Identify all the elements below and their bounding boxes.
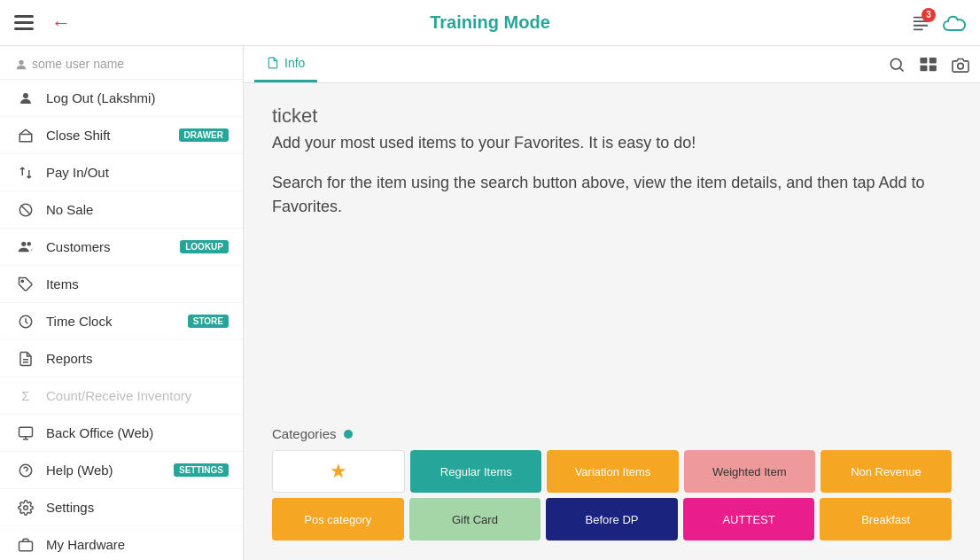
sidebar-item-customers[interactable]: Customers LOOKUP — [0, 229, 243, 266]
sidebar-item-close-shift[interactable]: Close Shift DRAWER — [0, 117, 243, 154]
sidebar-item-back-office[interactable]: Back Office (Web) — [0, 415, 243, 452]
svg-rect-28 — [929, 66, 937, 71]
user-name-label: some user name — [32, 57, 124, 71]
sidebar-time-clock-label: Time Clock — [46, 314, 183, 329]
sidebar-reports-label: Reports — [46, 351, 229, 366]
cat-variation-items[interactable]: Variation Items — [547, 450, 678, 493]
hamburger-menu-icon[interactable] — [14, 15, 34, 30]
svg-rect-15 — [19, 427, 33, 437]
sidebar-item-items[interactable]: Items — [0, 266, 243, 303]
sidebar-inventory-label: Count/Receive Inventory — [46, 388, 229, 403]
cat-pos-category[interactable]: Pos category — [272, 498, 404, 541]
settings-badge: SETTINGS — [174, 463, 229, 477]
tag-icon — [14, 276, 37, 292]
header-right: 3 — [911, 12, 966, 35]
sidebar-user: some user name — [0, 46, 243, 80]
svg-line-8 — [21, 205, 31, 214]
lookup-badge: LOOKUP — [180, 240, 229, 253]
svg-rect-25 — [920, 58, 927, 63]
sidebar-item-pay-in-out[interactable]: Pay In/Out — [0, 154, 243, 191]
question-icon — [14, 463, 37, 478]
sidebar-item-no-sale[interactable]: No Sale — [0, 191, 243, 229]
sidebar-item-inventory: Σ Count/Receive Inventory — [0, 377, 243, 415]
camera-icon[interactable] — [952, 56, 969, 73]
grid-icon[interactable] — [920, 57, 937, 73]
cat-before-dp-label: Before DP — [585, 513, 638, 526]
sidebar-items-label: Items — [46, 276, 229, 292]
arrows-icon — [14, 165, 37, 181]
cat-gift-card-label: Gift Card — [452, 513, 498, 526]
sidebar-close-shift-label: Close Shift — [46, 128, 174, 143]
cloud-icon[interactable] — [943, 12, 966, 35]
people-icon — [14, 239, 37, 255]
svg-point-10 — [27, 242, 32, 246]
categories-label: Categories — [272, 426, 337, 441]
cat-breakfast-label: Breakfast — [861, 513, 910, 526]
heading-line2: Search for the item using the search but… — [272, 171, 952, 219]
svg-point-4 — [19, 60, 23, 65]
sidebar-no-sale-label: No Sale — [46, 202, 229, 217]
svg-point-5 — [23, 93, 28, 98]
search-icon[interactable] — [888, 55, 906, 74]
header: ← Training Mode 3 — [0, 0, 980, 46]
categories-row-1: ★ Regular Items Variation Items Weighted… — [272, 450, 952, 493]
heading-line1: Add your most used items to your Favorit… — [272, 131, 952, 155]
file-icon — [267, 57, 279, 69]
cat-regular-items[interactable]: Regular Items — [410, 450, 541, 493]
sidebar-customers-label: Customers — [46, 239, 175, 254]
cat-favorites[interactable]: ★ — [272, 450, 405, 493]
notification-icon[interactable]: 3 — [911, 13, 930, 33]
categories-row-2: Pos category Gift Card Before DP AUTTEST… — [272, 498, 952, 541]
svg-rect-27 — [920, 66, 927, 71]
content-heading: Add your most used items to your Favorit… — [272, 131, 952, 219]
cat-auttest[interactable]: AUTTEST — [683, 498, 815, 541]
building-icon — [14, 128, 37, 144]
cat-variation-items-label: Variation Items — [575, 465, 651, 478]
content-body: ticket Add your most used items to your … — [244, 83, 980, 560]
svg-rect-3 — [914, 28, 923, 30]
content-area: Info ticket Add your most used items to … — [244, 46, 980, 560]
sidebar-item-time-clock[interactable]: Time Clock STORE — [0, 303, 243, 340]
svg-line-24 — [900, 68, 904, 72]
svg-point-29 — [958, 63, 964, 69]
monitor-icon — [14, 425, 37, 441]
sidebar-help-label: Help (Web) — [46, 463, 168, 478]
main-layout: some user name Log Out (Lakshmi) Close S… — [0, 46, 980, 560]
block-icon — [14, 202, 37, 218]
svg-rect-2 — [914, 24, 929, 26]
sidebar-item-help[interactable]: Help (Web) SETTINGS — [0, 452, 243, 489]
cat-gift-card[interactable]: Gift Card — [409, 498, 541, 541]
tab-info[interactable]: Info — [254, 46, 317, 82]
categories-section: Categories ★ Regular Items Variation Ite… — [272, 426, 952, 546]
cat-non-revenue-label: Non Revenue — [851, 465, 922, 478]
sidebar-settings-label: Settings — [46, 500, 229, 515]
cat-weighted-item[interactable]: Weighted Item — [684, 450, 815, 493]
cat-breakfast[interactable]: Breakfast — [820, 498, 952, 541]
drawer-badge: DRAWER — [179, 128, 229, 142]
svg-point-9 — [21, 241, 26, 245]
content-tabs: Info — [244, 46, 980, 83]
cat-auttest-label: AUTTEST — [722, 513, 774, 526]
report-icon — [14, 351, 37, 367]
cat-before-dp[interactable]: Before DP — [546, 498, 678, 541]
tab-info-label: Info — [284, 56, 305, 70]
arrow-right-icon: ← — [51, 12, 71, 35]
ticket-label: ticket — [272, 105, 952, 128]
sidebar-item-my-hardware[interactable]: My Hardware — [0, 526, 243, 560]
sidebar-item-settings[interactable]: Settings — [0, 489, 243, 526]
svg-point-20 — [24, 506, 28, 510]
header-left: ← — [14, 12, 71, 35]
sidebar-item-logout[interactable]: Log Out (Lakshmi) — [0, 80, 243, 117]
cat-non-revenue[interactable]: Non Revenue — [821, 450, 952, 493]
star-icon: ★ — [330, 460, 347, 483]
categories-dot — [344, 430, 353, 439]
sidebar-my-hardware-label: My Hardware — [46, 537, 229, 552]
svg-point-23 — [891, 58, 901, 69]
cat-weighted-item-label: Weighted Item — [712, 465, 787, 478]
sidebar-item-reports[interactable]: Reports — [0, 340, 243, 377]
sigma-icon: Σ — [14, 388, 37, 403]
svg-point-11 — [21, 280, 23, 282]
gear-icon — [14, 500, 37, 516]
svg-rect-6 — [19, 134, 32, 141]
svg-rect-26 — [929, 58, 937, 63]
